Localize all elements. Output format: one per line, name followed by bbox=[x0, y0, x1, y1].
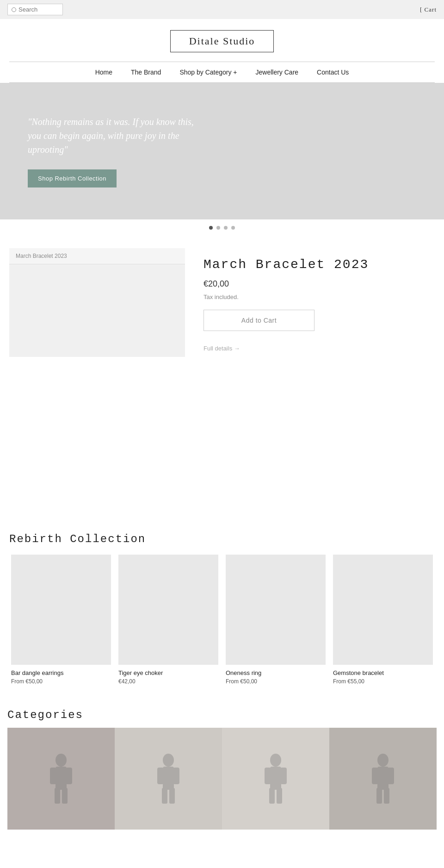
carousel-dot-2[interactable] bbox=[216, 226, 220, 230]
svg-rect-17 bbox=[277, 788, 282, 804]
product-card-name-0: Bar dangle earrings bbox=[11, 669, 111, 676]
carousel-dot-1[interactable] bbox=[209, 226, 213, 230]
category-image-0 bbox=[7, 728, 115, 830]
nav-item-contact-us[interactable]: Contact Us bbox=[317, 69, 349, 76]
add-to-cart-button[interactable]: Add to Cart bbox=[204, 310, 314, 331]
logo-area: Ditale Studio bbox=[0, 19, 444, 62]
search-box[interactable] bbox=[7, 4, 63, 15]
cart-button[interactable]: [ Cart bbox=[420, 6, 437, 13]
svg-rect-19 bbox=[377, 767, 388, 790]
product-card-name-1: Tiger eye choker bbox=[118, 669, 218, 676]
top-bar: [ Cart bbox=[0, 0, 444, 19]
product-image-box bbox=[9, 264, 185, 357]
svg-rect-13 bbox=[270, 767, 281, 790]
rebirth-section-title: Rebirth Collection bbox=[0, 524, 444, 553]
featured-product: March Bracelet 2023 March Bracelet 2023 … bbox=[0, 239, 444, 366]
product-card-2[interactable]: Oneness ring From €50,00 bbox=[222, 553, 329, 690]
svg-rect-1 bbox=[56, 767, 67, 790]
product-tax-note: Tax included. bbox=[204, 293, 416, 300]
product-card-0[interactable]: Bar dangle earrings From €50,00 bbox=[7, 553, 115, 690]
full-details-link[interactable]: Full details → bbox=[204, 345, 416, 352]
shop-rebirth-button[interactable]: Shop Rebirth Collection bbox=[28, 169, 117, 187]
product-card-image-1 bbox=[118, 555, 218, 665]
category-image-1 bbox=[115, 728, 222, 830]
logo[interactable]: Ditale Studio bbox=[170, 30, 274, 52]
product-card-image-2 bbox=[226, 555, 326, 665]
product-card-3[interactable]: Gemstone bracelet From €55,00 bbox=[329, 553, 437, 690]
nav-item-jewellery-care[interactable]: Jewellery Care bbox=[256, 69, 299, 76]
product-title: March Bracelet 2023 bbox=[204, 257, 416, 272]
svg-rect-16 bbox=[269, 788, 275, 804]
category-card-3[interactable] bbox=[329, 728, 437, 830]
categories-title: Categories bbox=[7, 709, 437, 721]
svg-rect-22 bbox=[376, 788, 382, 804]
nav-item-shop-by-category[interactable]: Shop by Category + bbox=[179, 69, 237, 76]
svg-rect-4 bbox=[55, 788, 60, 804]
nav-item-home[interactable]: Home bbox=[95, 69, 112, 76]
svg-rect-9 bbox=[173, 768, 179, 784]
svg-rect-7 bbox=[163, 767, 174, 790]
product-grid: Bar dangle earrings From €50,00 Tiger ey… bbox=[0, 553, 444, 704]
extra-space bbox=[0, 366, 444, 524]
svg-rect-5 bbox=[62, 788, 68, 804]
category-card-1[interactable] bbox=[115, 728, 222, 830]
search-icon bbox=[12, 7, 16, 12]
product-image-label: March Bracelet 2023 bbox=[9, 248, 185, 264]
product-card-price-3: From €55,00 bbox=[333, 678, 433, 685]
svg-rect-14 bbox=[265, 768, 271, 784]
svg-point-18 bbox=[377, 754, 388, 767]
product-details: March Bracelet 2023 €20,00 Tax included.… bbox=[185, 248, 435, 357]
product-price: €20,00 bbox=[204, 279, 416, 289]
carousel-dots bbox=[0, 219, 444, 239]
svg-rect-21 bbox=[388, 768, 394, 784]
product-card-name-2: Oneness ring bbox=[226, 669, 326, 676]
svg-point-12 bbox=[270, 754, 281, 767]
product-card-name-3: Gemstone bracelet bbox=[333, 669, 433, 676]
svg-rect-2 bbox=[50, 768, 56, 784]
product-card-1[interactable]: Tiger eye choker €42,00 bbox=[115, 553, 222, 690]
svg-point-0 bbox=[56, 754, 67, 767]
category-image-2 bbox=[222, 728, 329, 830]
category-card-2[interactable] bbox=[222, 728, 329, 830]
carousel-dot-3[interactable] bbox=[224, 226, 228, 230]
product-card-image-3 bbox=[333, 555, 433, 665]
product-card-price-0: From €50,00 bbox=[11, 678, 111, 685]
svg-rect-3 bbox=[66, 768, 72, 784]
hero-quote: "Nothing remains as it was. If you know … bbox=[28, 115, 204, 156]
search-input[interactable] bbox=[18, 6, 59, 13]
product-card-price-1: €42,00 bbox=[118, 678, 218, 685]
categories-section: Categories bbox=[0, 704, 444, 839]
svg-point-6 bbox=[163, 754, 174, 767]
category-image-3 bbox=[329, 728, 437, 830]
svg-rect-20 bbox=[372, 768, 378, 784]
svg-rect-15 bbox=[280, 768, 287, 784]
product-card-image-0 bbox=[11, 555, 111, 665]
svg-rect-23 bbox=[384, 788, 389, 804]
category-card-0[interactable] bbox=[7, 728, 115, 830]
product-card-price-2: From €50,00 bbox=[226, 678, 326, 685]
hero-content: "Nothing remains as it was. If you know … bbox=[28, 115, 204, 187]
main-nav: Home The Brand Shop by Category + Jewell… bbox=[0, 62, 444, 82]
categories-grid bbox=[7, 728, 437, 830]
carousel-dot-4[interactable] bbox=[231, 226, 235, 230]
product-image-placeholder: March Bracelet 2023 bbox=[9, 248, 185, 357]
svg-rect-10 bbox=[162, 788, 167, 804]
hero-banner: "Nothing remains as it was. If you know … bbox=[0, 83, 444, 219]
svg-rect-8 bbox=[157, 768, 164, 784]
svg-rect-11 bbox=[169, 788, 175, 804]
nav-item-the-brand[interactable]: The Brand bbox=[131, 69, 161, 76]
